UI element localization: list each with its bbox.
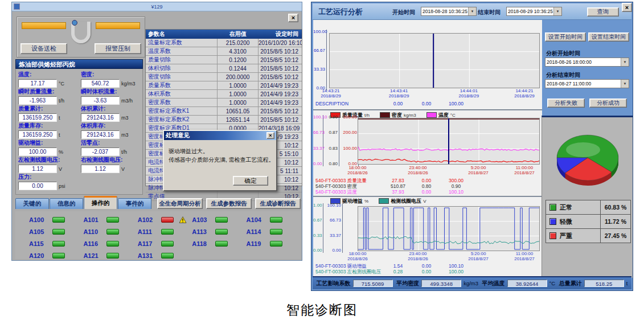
field-unit: m3 — [121, 132, 129, 138]
field-unit: V — [59, 166, 62, 172]
ok-led — [52, 253, 65, 259]
table-row[interactable]: 温度系数4.31002015/8/5 10:12 — [146, 47, 302, 56]
indicator-A120[interactable]: A120 — [29, 252, 83, 259]
analysis-fail-button[interactable]: 分析失败 — [547, 99, 585, 108]
indicator-A113[interactable]: A113 — [192, 228, 246, 235]
analysis-success-button[interactable]: 分析成功 — [589, 99, 627, 108]
action-button-1[interactable]: 全生命周期分析 — [157, 198, 203, 209]
tab-3[interactable]: 操作的 — [84, 196, 117, 209]
x-tick-time: 18:00:00 — [340, 165, 375, 170]
field-value-box[interactable]: 1.12 — [18, 165, 57, 173]
status-label: 平均密度 — [396, 280, 419, 288]
set-start-time-button[interactable]: 设置开始时间 — [545, 32, 586, 42]
table-row[interactable]: 体积切除0.12442015/8/5 10:12 — [146, 64, 302, 73]
field-unit: m3/h — [121, 98, 133, 104]
action-button-2[interactable]: 生成参数报告 — [206, 198, 252, 209]
indicator-A117[interactable]: A117 — [138, 240, 192, 247]
table-row[interactable]: 密度标定系数K110651.052015/8/5 10:12 — [146, 107, 302, 116]
field-4: 质量累计:136159.250t — [18, 105, 77, 122]
table-row[interactable]: 质量切除0.12002015/8/5 10:12 — [146, 56, 302, 64]
indicator-A104[interactable]: A104 — [247, 216, 301, 223]
status-item-3: 平均温度38.92644°C — [482, 280, 556, 288]
trend-row-max: 100.10 — [442, 263, 470, 269]
left-window-title: ¥129 — [12, 4, 302, 10]
trend3-svg — [358, 207, 539, 251]
field-value-box[interactable]: 291243.16 — [81, 130, 120, 139]
field-value-box[interactable]: 17.17 — [18, 79, 57, 88]
x-tick-3: 5:20:002018/8/27 — [461, 251, 496, 261]
set-end-time-button[interactable]: 设置结束时间 — [588, 32, 629, 42]
trend-row-min: 0.00 — [412, 263, 441, 269]
tab-4[interactable]: 事件的 — [118, 198, 151, 209]
table-row[interactable]: 密度切除200.00002015/8/5 10:12 — [146, 73, 302, 81]
indicator-A121[interactable]: A121 — [83, 252, 137, 259]
y-tick: 1.00 — [313, 203, 322, 208]
dialog-close-button[interactable]: × — [266, 132, 274, 139]
indicator-A105[interactable]: A105 — [29, 228, 83, 235]
trend-row-max: 100.10 — [442, 189, 470, 195]
start-time-dropdown[interactable]: 2018-08-28 10:36:25 ▼ — [421, 7, 477, 16]
indicator-A110[interactable]: A110 — [83, 228, 137, 235]
alarm-suppress-button[interactable]: 报警压制 — [95, 43, 141, 54]
tab-1[interactable]: 关键的 — [15, 198, 49, 209]
trend3-yaxes: 1.000.670.330.00100.1066.7333.370.00 — [313, 203, 343, 253]
action-button-3[interactable]: 生成诊断报告 — [255, 198, 301, 209]
indicator-A102[interactable]: A102 — [138, 216, 192, 223]
fields-grid: 温度:17.17°C密度:540.72kg/m3瞬时质量流量:-1.963t/h… — [15, 69, 143, 195]
indicator-A119[interactable]: A119 — [247, 240, 301, 247]
param-value: 1.0000 — [218, 81, 259, 89]
table-row[interactable]: 质量系数1.00002014/4/9 19:23 — [146, 81, 302, 90]
panel-close-button[interactable]: × — [622, 3, 632, 12]
query-button[interactable]: 查询 — [587, 7, 619, 17]
ok-led — [52, 217, 65, 223]
indicator-A111[interactable]: A111 — [138, 228, 192, 235]
y-tick: 0.67 — [313, 218, 322, 223]
x-tick-time: 14:43:41 — [382, 88, 417, 93]
analysis-start-label: 分析开始时间 — [546, 50, 580, 58]
field-value-box[interactable]: 540.72 — [81, 79, 120, 88]
pipe-right — [96, 22, 140, 29]
table-row[interactable]: 体积系数1.00002014/4/9 19:23 — [146, 90, 302, 99]
field-value-box[interactable]: -3.63 — [81, 96, 120, 105]
x-tick-time: 14:43:21 — [313, 88, 348, 93]
indicator-A115[interactable]: A115 — [29, 240, 83, 247]
end-time-dropdown[interactable]: 2018-08-29 10:36:25 ▼ — [506, 7, 562, 16]
field-value-box[interactable]: 1.12 — [81, 165, 120, 173]
field-value-box[interactable]: 0.00 — [18, 182, 57, 190]
field-7: 体积库存:291243.16m3 — [81, 122, 140, 139]
field-value-box[interactable]: 100.00 — [18, 147, 57, 156]
indicator-A103[interactable]: A103 — [192, 216, 246, 223]
field-value-box[interactable]: 136159.250 — [18, 130, 57, 139]
field-value-box[interactable]: 291243.16 — [81, 113, 120, 122]
table-row[interactable]: 密度系数1.00002014/4/9 19:23 — [146, 99, 302, 107]
field-value-box[interactable]: -1.963 — [18, 96, 57, 105]
trend-row-1: 540-FT-00303 驱动增益1.540.00100.10 — [313, 263, 542, 269]
table-row[interactable]: 流量标定系数215.02002016/10/20 16:10:21 — [146, 39, 302, 47]
status-label: 平均温度 — [482, 280, 505, 288]
indicator-A131[interactable]: A131 — [138, 252, 192, 259]
x-tick-1: 18:00:002018/8/26 — [340, 165, 375, 175]
indicator-A114[interactable]: A114 — [247, 228, 301, 235]
field-value-box[interactable]: -2.037 — [81, 147, 120, 156]
indicator-A118[interactable]: A118 — [192, 240, 246, 247]
analysis-end-dropdown[interactable]: 2018-08-27 11:00:00 ▼ — [545, 79, 629, 88]
ok-led — [215, 241, 228, 247]
field-value-box[interactable]: 136159.250 — [18, 113, 57, 122]
x-tick-time: 5:20:00 — [461, 251, 496, 256]
u-tube-icon — [71, 22, 91, 43]
indicator-grid: A100A101A102A103A104A105A110A111A113A114… — [15, 211, 301, 259]
legend-swatch — [379, 198, 389, 204]
pie-swatch — [549, 218, 556, 225]
tab-2[interactable]: 信息的 — [50, 198, 83, 209]
indicator-label: A111 — [138, 228, 156, 235]
param-name: 温度系数 — [146, 47, 218, 55]
indicator-A101[interactable]: A101 — [83, 216, 137, 223]
left-titlebar: ¥129 — [12, 2, 302, 11]
send-inspection-button[interactable]: 设备送检 — [20, 43, 67, 54]
left-close-button[interactable]: × — [288, 14, 298, 22]
dialog-ok-button[interactable]: 确定 — [233, 176, 268, 186]
table-row[interactable]: 密度标定系数K212651.142015/8/5 10:12 — [146, 116, 302, 124]
analysis-start-dropdown[interactable]: 2018-08-26 18:00:00 ▼ — [545, 58, 629, 67]
indicator-A100[interactable]: A100 — [29, 216, 83, 223]
indicator-A116[interactable]: A116 — [83, 240, 137, 247]
